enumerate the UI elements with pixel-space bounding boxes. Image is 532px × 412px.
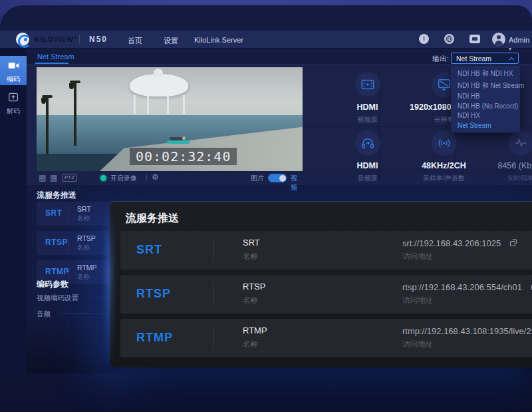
srt-logo: SRT	[45, 208, 63, 218]
kiloview-logo-icon	[16, 33, 29, 46]
decode-icon	[8, 93, 19, 102]
stream-push-title: 流服务推送	[37, 190, 76, 201]
popup-row-rtsp[interactable]: RTSP RTSP 名称 rtsp://192.168.43.206:554/c…	[120, 275, 532, 313]
output-dropdown-menu: NDI HB 和 NDI HX NDI HB 和 Net Stream NDI …	[451, 66, 520, 132]
rtsp-logo: RTSP	[45, 238, 68, 247]
row-divider	[213, 282, 214, 306]
person-head	[182, 136, 186, 140]
card-caption: 音频源	[329, 174, 406, 183]
chevron-down-icon: ▾	[509, 46, 511, 52]
ptz-badge[interactable]: PTZ	[62, 174, 77, 182]
encode-params-title: 编码参数	[37, 279, 68, 290]
record-dot-icon	[100, 175, 106, 181]
stream-name: SRT	[77, 205, 91, 213]
stream-name-caption: 名称	[77, 273, 90, 282]
video-preview: 00:02:32:40	[37, 67, 303, 171]
admin-label: Admin	[509, 36, 529, 44]
output-option[interactable]: NDI HX	[451, 112, 520, 119]
card-caption: 视频源	[329, 115, 406, 124]
gear-icon[interactable]: ⚙	[152, 172, 159, 182]
rtmp-logo: RTMP	[136, 331, 209, 345]
mode-picture-label: 图片	[251, 174, 264, 183]
chevron-up-icon	[509, 57, 514, 63]
film-icon	[355, 72, 380, 97]
popup-row-srt[interactable]: SRT SRT 名称 srt://192.168.43.206:1025 访问地…	[120, 231, 532, 270]
toggle-knob	[279, 175, 286, 182]
card-caption: 采样率/声道数	[406, 174, 482, 183]
output-option[interactable]: NDI HB 和 Net Stream	[451, 81, 520, 91]
output-option[interactable]: NDI HB	[451, 93, 520, 100]
card-value: HDMI	[329, 103, 406, 112]
sidebar: 编码 解码	[0, 48, 27, 373]
output-option[interactable]: NDI HB (No Record)	[451, 103, 520, 110]
card-audio-source: HDMI 音频源	[329, 130, 406, 183]
brand-name: KILOVIEW®	[35, 36, 78, 43]
admin-menu[interactable]: Admin ▾	[509, 36, 532, 52]
person	[170, 137, 183, 140]
output-select[interactable]: Net Stream	[451, 53, 519, 64]
stream-name: RTSP	[77, 234, 96, 242]
rtsp-logo: RTSP	[136, 287, 209, 301]
brand-text: KILOVIEW	[35, 36, 74, 43]
copy-icon[interactable]	[509, 238, 519, 250]
url-caption: 访问地址	[402, 339, 433, 349]
row-divider	[68, 236, 69, 250]
start-record-button[interactable]: 开启录像	[110, 174, 137, 183]
gazebo-post	[167, 95, 169, 114]
card-caption: 实时码率	[482, 174, 532, 183]
lamp-post	[46, 97, 49, 154]
popup-row-rtmp[interactable]: RTMP RTMP 名称 rtmp://192.168.43.108:1935/…	[120, 319, 532, 357]
stream-name: RTMP	[243, 325, 267, 335]
gazebo-post	[134, 95, 136, 114]
card-value: 48KHz/2CH	[406, 161, 482, 170]
avatar[interactable]	[492, 33, 505, 46]
output-option[interactable]: NDI HB 和 NDI HX	[451, 69, 520, 79]
stream-url: rtmp://192.168.43.108:1935/live/225	[402, 325, 532, 337]
url-text: rtsp://192.168.43.206:554/ch01	[402, 282, 522, 292]
stream-name-caption: 名称	[77, 214, 90, 223]
audio-settings-link[interactable]: 音频	[37, 309, 51, 319]
mode-video-label: 视频	[291, 174, 303, 192]
nav-item-kilolink-server[interactable]: KiloLink Server	[194, 36, 243, 44]
info-icon[interactable]: i	[419, 34, 429, 44]
row-divider	[68, 265, 69, 280]
device-panel-icon[interactable]	[469, 35, 480, 43]
waveform-icon	[508, 130, 532, 156]
yoga-mat	[167, 140, 190, 144]
globe-icon[interactable]	[444, 34, 454, 44]
tab-net-stream[interactable]: Net Stream	[37, 53, 74, 61]
url-caption: 访问地址	[402, 252, 433, 262]
grid-layout-icon[interactable]: ▦	[39, 173, 46, 182]
navbar-divider	[79, 35, 80, 44]
gazebo-post	[147, 95, 149, 114]
sidebar-item-label: 解码	[0, 106, 27, 116]
gazebo-post	[183, 95, 185, 114]
screen: KILOVIEW® N50 首页 设置 KiloLink Server i Ad…	[0, 0, 532, 412]
card-value: HDMI	[329, 161, 406, 170]
nav-item-home[interactable]: 首页	[128, 36, 142, 46]
headphones-icon	[355, 130, 380, 156]
sidebar-item-encode[interactable]: 编码	[0, 56, 27, 85]
name-caption: 名称	[243, 252, 258, 262]
picture-video-toggle[interactable]	[268, 174, 287, 182]
video-encode-settings-link[interactable]: 视频编码设置	[37, 294, 78, 303]
grid-layout-icon-2[interactable]: ▦	[50, 173, 57, 182]
row-divider	[213, 326, 214, 350]
name-caption: 名称	[243, 339, 258, 349]
stream-name: RTSP	[243, 282, 265, 292]
output-option-selected[interactable]: Net Stream	[451, 122, 520, 129]
popup-title: 流服务推送	[126, 212, 179, 226]
stream-url: srt://192.168.43.206:1025	[402, 238, 519, 250]
sidebar-item-label: 编码	[0, 75, 27, 84]
sidebar-item-decode[interactable]: 解码	[0, 88, 27, 117]
name-caption: 名称	[243, 296, 258, 306]
stream-name: RTMP	[77, 264, 97, 272]
srt-logo: SRT	[136, 243, 209, 257]
card-sample-rate: 48KHz/2CH 采样率/声道数	[406, 130, 482, 183]
url-text: srt://192.168.43.206:1025	[402, 238, 501, 248]
output-label: 输出:	[432, 54, 449, 64]
timecode-overlay: 00:02:32:40	[130, 148, 237, 165]
row-divider	[213, 238, 214, 262]
model-badge: N50	[89, 35, 108, 44]
nav-item-settings[interactable]: 设置	[164, 36, 178, 46]
